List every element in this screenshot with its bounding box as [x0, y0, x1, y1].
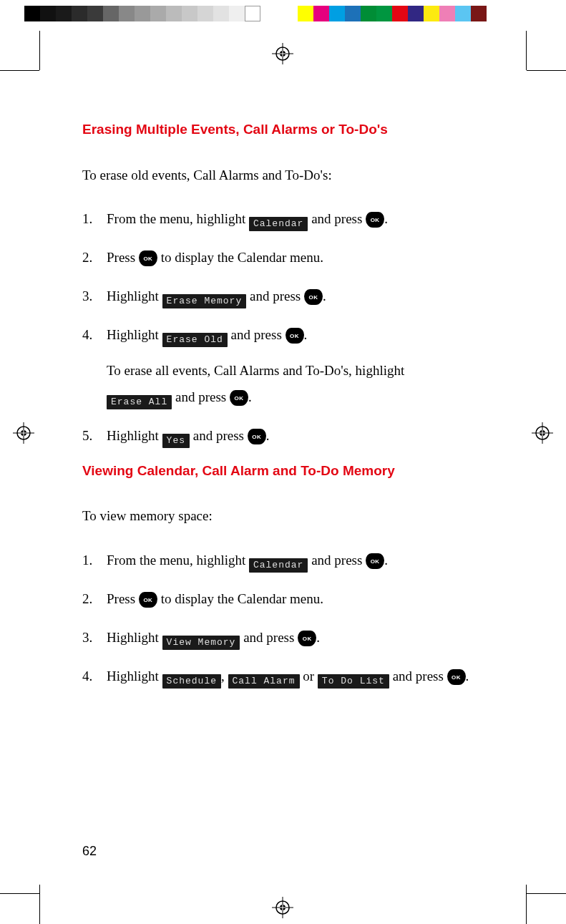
step-text: and press — [308, 553, 366, 568]
page-content: Erasing Multiple Events, Call Alarms or … — [39, 70, 526, 893]
ok-button-icon — [447, 669, 466, 685]
ok-button-icon — [366, 553, 384, 569]
period: . — [466, 668, 469, 684]
section-intro: To erase old events, Call Alarms and To-… — [82, 165, 483, 186]
ok-button-icon — [248, 429, 266, 444]
menu-label: View Memory — [162, 636, 240, 650]
step-text: and press — [228, 327, 286, 342]
ok-button-icon — [230, 390, 248, 406]
crop-mark — [527, 893, 566, 894]
step-note: To erase all events, Call Alarms and To-… — [107, 358, 483, 409]
ok-button-icon — [286, 328, 304, 344]
section-heading: Viewing Calendar, Call Alarm and To-Do M… — [82, 462, 483, 480]
step-text: and press — [240, 630, 298, 645]
menu-label: Yes — [162, 434, 190, 448]
step-text: Press — [107, 591, 139, 606]
crop-mark — [527, 70, 566, 71]
step-text: and press — [172, 389, 230, 404]
registration-mark-icon — [272, 43, 293, 64]
step-item: Highlight Yes and press . — [82, 423, 483, 449]
step-text: to display the Calendar menu. — [157, 591, 323, 606]
steps-list: From the menu, highlight Calendar and pr… — [82, 206, 483, 449]
menu-label: Call Alarm — [228, 674, 300, 689]
step-text: or — [300, 668, 318, 684]
menu-label: Erase Old — [162, 333, 228, 347]
step-text: Press — [107, 250, 139, 265]
step-item: From the menu, highlight Calendar and pr… — [82, 206, 483, 232]
print-color-bars — [0, 6, 566, 21]
menu-label: To Do List — [318, 674, 389, 689]
step-text: Highlight — [107, 288, 162, 303]
menu-label: Erase All — [107, 395, 172, 409]
menu-label: Erase Memory — [162, 294, 247, 308]
step-text: Highlight — [107, 630, 162, 645]
step-item: Highlight Erase Memory and press . — [82, 283, 483, 309]
period: . — [316, 630, 320, 645]
page-number: 62 — [82, 844, 97, 859]
step-item: Press to display the Calendar menu. — [82, 245, 483, 271]
step-item: Highlight Erase Old and press . To erase… — [82, 322, 483, 409]
step-text: Highlight — [107, 668, 162, 684]
step-item: Highlight View Memory and press . — [82, 625, 483, 651]
step-text: and press — [308, 211, 366, 226]
crop-mark — [0, 893, 39, 894]
step-text: to display the Calendar menu. — [157, 250, 323, 265]
registration-mark-icon — [532, 422, 553, 444]
section-intro: To view memory space: — [82, 505, 483, 527]
ok-button-icon — [366, 212, 384, 228]
steps-list: From the menu, highlight Calendar and pr… — [82, 548, 483, 689]
step-text: Highlight — [107, 428, 162, 443]
ok-button-icon — [304, 289, 323, 305]
registration-mark-icon — [13, 422, 34, 444]
step-text: From the menu, highlight — [107, 553, 249, 568]
menu-label: Schedule — [162, 674, 221, 689]
period: . — [266, 428, 270, 443]
registration-mark-icon — [272, 897, 293, 918]
ok-button-icon — [139, 592, 157, 608]
ok-button-icon — [139, 251, 157, 266]
step-text: To erase all events, Call Alarms and To-… — [107, 363, 404, 378]
step-text: , — [221, 668, 228, 684]
menu-label: Calendar — [249, 558, 308, 573]
period: . — [248, 389, 252, 404]
step-item: Press to display the Calendar menu. — [82, 586, 483, 612]
menu-label: Calendar — [249, 217, 308, 231]
crop-mark — [0, 70, 39, 71]
section-heading: Erasing Multiple Events, Call Alarms or … — [82, 120, 483, 139]
step-text: Highlight — [107, 327, 162, 342]
ok-button-icon — [298, 631, 316, 646]
period: . — [323, 288, 326, 303]
step-item: From the menu, highlight Calendar and pr… — [82, 548, 483, 573]
period: . — [304, 327, 308, 342]
crop-mark — [526, 885, 527, 924]
crop-mark — [39, 31, 40, 70]
step-text: From the menu, highlight — [107, 211, 249, 226]
period: . — [384, 211, 388, 226]
crop-mark — [526, 31, 527, 70]
step-text: and press — [246, 288, 304, 303]
step-text: and press — [190, 428, 248, 443]
period: . — [384, 553, 388, 568]
step-text: and press — [389, 668, 447, 684]
step-item: Highlight Schedule, Call Alarm or To Do … — [82, 663, 483, 689]
